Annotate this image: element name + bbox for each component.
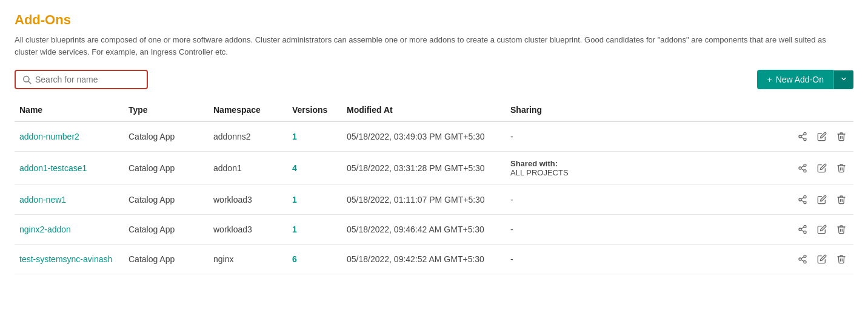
- addon-type: Catalog App: [124, 185, 209, 215]
- toolbar: + New Add-On: [15, 70, 853, 89]
- header-row: Name Type Namespace Versions Modified At…: [15, 99, 853, 121]
- addon-actions-cell: [627, 152, 853, 185]
- page-container: Add-Ons All cluster blueprints are compo…: [0, 0, 868, 318]
- addon-actions-cell: [627, 185, 853, 215]
- share-button[interactable]: [795, 252, 810, 266]
- addon-versions: 1: [292, 225, 297, 234]
- addon-versions: 1: [292, 132, 297, 141]
- addon-sharing: -: [506, 215, 627, 245]
- share-icon: [798, 195, 807, 205]
- svg-line-10: [801, 169, 804, 171]
- edit-button[interactable]: [815, 222, 829, 237]
- delete-button[interactable]: [834, 252, 849, 266]
- page-title: Add-Ons: [15, 12, 853, 28]
- addon-namespace: nginx: [209, 245, 287, 274]
- col-header-namespace: Namespace: [209, 99, 287, 121]
- delete-button[interactable]: [834, 222, 849, 237]
- addon-versions: 4: [292, 163, 297, 173]
- table-body: addon-number2Catalog Appaddonns2105/18/2…: [15, 121, 853, 274]
- svg-line-26: [801, 257, 804, 259]
- svg-line-1: [28, 81, 31, 84]
- delete-button[interactable]: [834, 129, 849, 144]
- addon-modified-at: 05/18/2022, 01:11:07 PM GMT+5:30: [342, 185, 506, 215]
- svg-line-11: [801, 166, 804, 167]
- addon-name-link[interactable]: addon-new1: [19, 195, 66, 205]
- addon-name-link[interactable]: nginx2-addon: [19, 225, 71, 234]
- share-button[interactable]: [795, 161, 810, 175]
- addon-modified-at: 05/18/2022, 09:42:52 AM GMT+5:30: [342, 245, 506, 274]
- table-row: nginx2-addonCatalog Appworkload3105/18/2…: [15, 215, 853, 245]
- edit-button[interactable]: [815, 161, 829, 175]
- table-row: test-systemsync-avinashCatalog Appnginx6…: [15, 245, 853, 274]
- edit-icon: [817, 254, 827, 264]
- trash-icon: [836, 225, 846, 234]
- delete-button[interactable]: [834, 192, 849, 207]
- trash-icon: [836, 132, 846, 141]
- table-row: addon-number2Catalog Appaddonns2105/18/2…: [15, 121, 853, 152]
- edit-icon: [817, 163, 827, 173]
- addon-name-link[interactable]: addon1-testcase1: [19, 163, 87, 173]
- page-description: All cluster blueprints are composed of o…: [15, 34, 851, 58]
- new-addon-main-button[interactable]: + New Add-On: [757, 70, 833, 89]
- edit-button[interactable]: [815, 252, 829, 266]
- svg-line-25: [801, 260, 804, 262]
- new-addon-chevron-button[interactable]: [833, 70, 853, 89]
- new-addon-label: New Add-On: [776, 75, 824, 84]
- addon-type: Catalog App: [124, 245, 209, 274]
- addon-sharing: -: [506, 245, 627, 274]
- addon-actions-cell: [627, 121, 853, 152]
- addon-namespace: workload3: [209, 215, 287, 245]
- share-icon: [798, 254, 807, 264]
- addon-actions-cell: [627, 215, 853, 245]
- svg-line-15: [801, 200, 804, 202]
- search-input[interactable]: [35, 75, 141, 84]
- addon-versions: 1: [292, 195, 297, 205]
- trash-icon: [836, 254, 846, 264]
- addon-name-link[interactable]: test-systemsync-avinash: [19, 254, 112, 264]
- search-box[interactable]: [15, 70, 148, 89]
- share-button[interactable]: [795, 129, 810, 144]
- addon-namespace: workload3: [209, 185, 287, 215]
- edit-icon: [817, 132, 827, 141]
- col-header-modified: Modified At: [342, 99, 506, 121]
- table-header: Name Type Namespace Versions Modified At…: [15, 99, 853, 121]
- table-row: addon1-testcase1Catalog Appaddon1405/18/…: [15, 152, 853, 185]
- trash-icon: [836, 163, 846, 173]
- addon-sharing: Shared with:ALL PROJECTS: [506, 152, 627, 185]
- addon-namespace: addon1: [209, 152, 287, 185]
- trash-icon: [836, 195, 846, 205]
- svg-line-20: [801, 230, 804, 232]
- col-header-name: Name: [15, 99, 124, 121]
- col-header-sharing: Sharing: [506, 99, 627, 121]
- svg-line-16: [801, 197, 804, 199]
- addon-type: Catalog App: [124, 215, 209, 245]
- addon-modified-at: 05/18/2022, 09:46:42 AM GMT+5:30: [342, 215, 506, 245]
- addon-sharing: -: [506, 121, 627, 152]
- addon-type: Catalog App: [124, 121, 209, 152]
- col-header-type: Type: [124, 99, 209, 121]
- share-icon: [798, 132, 807, 141]
- chevron-down-icon: [840, 75, 847, 84]
- share-button[interactable]: [795, 192, 810, 207]
- col-header-versions: Versions: [287, 99, 342, 121]
- svg-line-21: [801, 227, 804, 229]
- new-addon-button-group: + New Add-On: [757, 70, 853, 89]
- search-icon: [22, 75, 32, 84]
- edit-button[interactable]: [815, 192, 829, 207]
- addon-actions-cell: [627, 245, 853, 274]
- addon-name-link[interactable]: addon-number2: [19, 132, 79, 141]
- edit-icon: [817, 195, 827, 205]
- addon-namespace: addonns2: [209, 121, 287, 152]
- share-icon: [798, 163, 807, 173]
- addons-table: Name Type Namespace Versions Modified At…: [15, 99, 853, 274]
- edit-button[interactable]: [815, 129, 829, 144]
- col-header-actions: [627, 99, 853, 121]
- addon-versions: 6: [292, 254, 297, 264]
- table-row: addon-new1Catalog Appworkload3105/18/202…: [15, 185, 853, 215]
- addon-type: Catalog App: [124, 152, 209, 185]
- share-button[interactable]: [795, 222, 810, 237]
- plus-icon: +: [767, 75, 772, 84]
- svg-line-6: [801, 134, 804, 136]
- delete-button[interactable]: [834, 161, 849, 175]
- addon-modified-at: 05/18/2022, 03:31:28 PM GMT+5:30: [342, 152, 506, 185]
